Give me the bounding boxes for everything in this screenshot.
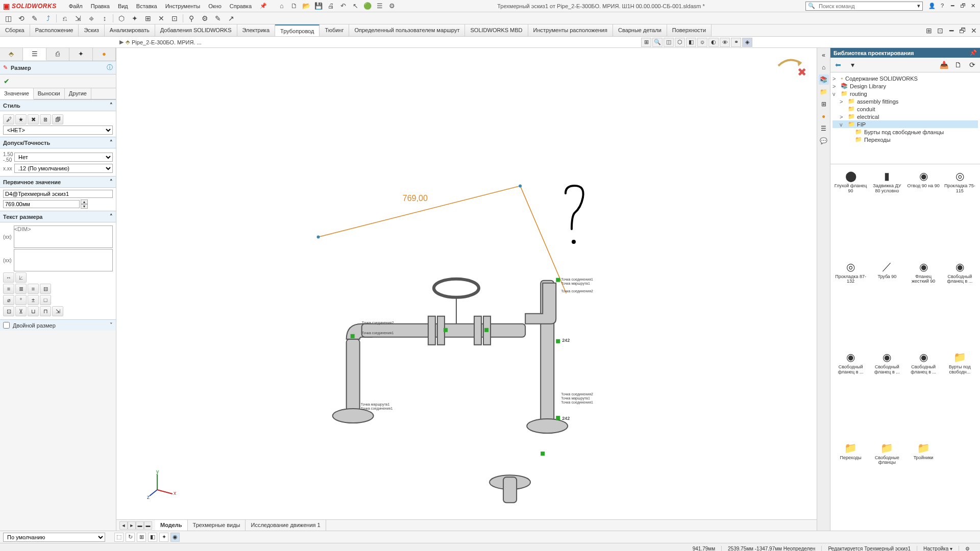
library-thumb[interactable]: ／Труба 90 <box>870 258 904 347</box>
tolerance-type-select[interactable]: Нет <box>14 153 113 162</box>
tree-item[interactable]: v📁routing <box>832 90 978 97</box>
tp-home-icon[interactable]: ⌂ <box>819 62 829 72</box>
dimtext-above[interactable] <box>14 226 113 248</box>
undo-icon[interactable]: ↶ <box>338 2 348 11</box>
settings-icon[interactable]: ⚙ <box>387 2 397 11</box>
tool-icon-15[interactable]: ⚙ <box>200 13 210 23</box>
tp-view-icon[interactable]: ⊞ <box>819 99 829 109</box>
library-thumb[interactable]: 📁Свободные фланцы <box>870 439 904 528</box>
library-thumb[interactable]: ◉Свободный фланец в ... <box>943 258 977 347</box>
command-search[interactable]: 🔍 ▾ <box>805 2 923 11</box>
open-icon[interactable]: 📂 <box>302 2 311 11</box>
ribbon-tab-surfaces[interactable]: Поверхности <box>667 24 712 36</box>
library-thumb[interactable]: ▮Задвижка ДУ 80 условно <box>870 167 904 256</box>
user-icon[interactable]: 👤 <box>928 3 936 9</box>
ribbon-tab-userroute[interactable]: Определенный пользователем маршрут <box>349 24 465 36</box>
library-thumb[interactable]: ◉Отвод 90 на 90 <box>906 167 941 256</box>
hud-zoom-icon[interactable]: 🔍 <box>652 38 663 47</box>
doc-max-icon[interactable]: 🗗 <box>958 26 968 36</box>
tree-item[interactable]: >📁electrical <box>832 113 978 120</box>
tool-icon-3[interactable]: ✎ <box>30 13 40 23</box>
library-thumb[interactable]: ◉Свободный фланец в ... <box>870 348 904 437</box>
options-icon[interactable]: ☰ <box>375 2 384 11</box>
tool-icon-12[interactable]: ✕ <box>156 13 166 23</box>
library-thumb[interactable]: 📁Бурты под свободн... <box>943 348 977 437</box>
menu-window[interactable]: Окно <box>204 3 226 9</box>
lib-back-icon[interactable]: ⬅ <box>832 60 844 70</box>
library-thumb[interactable]: 📁Тройники <box>906 439 941 528</box>
rebuild-icon[interactable]: 🟢 <box>363 2 372 11</box>
mini-icon-2[interactable]: ► <box>128 521 136 530</box>
pin-icon[interactable]: 📌 <box>256 3 271 9</box>
subtab-value[interactable]: Значение <box>0 88 34 99</box>
restore-icon[interactable]: 🗗 <box>959 3 967 9</box>
section-style[interactable]: Стиль˄ <box>0 99 116 111</box>
tool-icon-9[interactable]: ⬡ <box>116 13 127 23</box>
f2-icon[interactable]: ⊻ <box>15 306 27 316</box>
tool-icon-17[interactable]: ↗ <box>226 13 236 23</box>
mini-icon-4[interactable]: ▬ <box>144 521 152 530</box>
text-above-icon[interactable]: (xx) <box>3 234 12 240</box>
breadcrumb[interactable]: ⬘ Pipe_2-E-300БО. МРИЯ. ... <box>126 39 202 45</box>
ribbon-tab-weldments[interactable]: Сварные детали <box>613 24 667 36</box>
ribbon-tab-assembly[interactable]: Сборка <box>0 24 30 36</box>
library-tree[interactable]: >⭑Содержание SOLIDWORKS>📚Design Libraryv… <box>830 72 980 164</box>
hud-render-icon[interactable]: ◐ <box>708 38 719 47</box>
cfg-icon-2[interactable]: ↻ <box>126 533 135 542</box>
lib-new-icon[interactable]: 🗋 <box>952 60 964 70</box>
hud-mate-icon[interactable]: ⚭ <box>731 38 741 47</box>
hud-section-icon[interactable]: ◧ <box>686 38 696 47</box>
f4-icon[interactable]: ⊓ <box>40 306 51 316</box>
tool-icon-10[interactable]: ✦ <box>130 13 140 23</box>
tree-item[interactable]: >📁assembly fittings <box>832 97 978 105</box>
config-tab-icon[interactable]: ⎙ <box>46 48 69 61</box>
tree-item[interactable]: >📚Design Library <box>832 82 978 90</box>
appearance-tab-icon[interactable]: ● <box>93 48 116 61</box>
style-btn-2[interactable]: ★ <box>15 114 27 124</box>
subtab-other[interactable]: Другие <box>65 88 91 99</box>
style-btn-1[interactable]: 🖋 <box>3 114 14 124</box>
library-thumb[interactable]: ◎Прокладка 75-115 <box>943 167 977 256</box>
txt-btn-2[interactable]: ⟀ <box>15 272 27 283</box>
hud-display-icon[interactable]: ⬡ <box>675 38 685 47</box>
lib-add-icon[interactable]: 📥 <box>938 60 949 70</box>
cfg-icon-5[interactable]: ✦ <box>159 533 168 542</box>
search-dropdown-icon[interactable]: ▾ <box>917 3 920 9</box>
close-icon[interactable]: ✕ <box>969 3 977 9</box>
library-thumb[interactable]: ◉Свободный фланец в ... <box>834 348 868 437</box>
sym-diameter-icon[interactable]: ⌀ <box>3 295 14 305</box>
tp-explorer-icon[interactable]: 📁 <box>819 87 829 97</box>
dimension-value-input[interactable] <box>3 200 80 208</box>
dimtext-below[interactable] <box>14 249 113 271</box>
f1-icon[interactable]: ⊡ <box>3 306 14 316</box>
tool-icon-4[interactable]: ⤴ <box>43 13 53 23</box>
menu-edit[interactable]: Правка <box>87 3 114 9</box>
feature-tree-tab-icon[interactable]: ⬘ <box>0 48 23 61</box>
tool-icon-7[interactable]: ⎆ <box>86 13 96 23</box>
help-icon[interactable]: ? <box>938 3 946 9</box>
library-thumb[interactable]: 📁Переходы <box>834 439 868 528</box>
ribbon-tab-mbd[interactable]: SOLIDWORKS MBD <box>465 24 528 36</box>
tool-icon-6[interactable]: ⇲ <box>73 13 83 23</box>
library-thumb[interactable]: ◎Прокладка 87-132 <box>834 258 868 347</box>
hud-hide-icon[interactable]: 👁 <box>720 38 730 47</box>
section-dimtext[interactable]: Текст размера˄ <box>0 211 116 222</box>
tree-item[interactable]: 📁conduit <box>832 105 978 113</box>
minimize-icon[interactable]: ━ <box>948 3 957 9</box>
dimension-name-input[interactable] <box>3 190 113 198</box>
style-btn-3[interactable]: ✖ <box>28 114 39 124</box>
sym-degree-icon[interactable]: ° <box>15 295 27 305</box>
lib-fwd-icon[interactable]: ▾ <box>847 60 858 70</box>
tree-item[interactable]: >⭑Содержание SOLIDWORKS <box>832 74 978 82</box>
doc-min-icon[interactable]: ━ <box>946 26 957 36</box>
tool-icon-16[interactable]: ✎ <box>213 13 223 23</box>
cfg-icon-3[interactable]: ⊞ <box>137 533 146 542</box>
new-icon[interactable]: 🗋 <box>289 2 299 11</box>
ribbon-tab-addins[interactable]: Добавления SOLIDWORKS <box>155 24 237 36</box>
menu-view[interactable]: Вид <box>114 3 132 9</box>
mini-icon-3[interactable]: ▬ <box>136 521 144 530</box>
hud-plane-icon[interactable]: ◈ <box>742 38 752 47</box>
panel-help-icon[interactable]: ⓘ <box>107 63 113 72</box>
tool-icon-2[interactable]: ⟲ <box>16 13 27 23</box>
collapse-taskpane-icon[interactable]: « <box>819 50 829 60</box>
